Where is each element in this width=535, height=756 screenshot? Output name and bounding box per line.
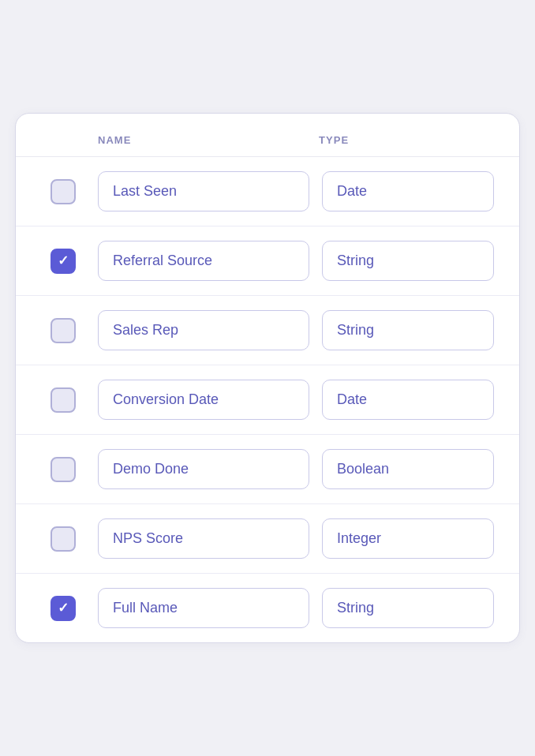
- type-col-referral-source: String: [309, 241, 494, 281]
- type-text-last-seen: Date: [337, 183, 367, 200]
- type-header-label: TYPE: [319, 134, 349, 146]
- name-input-conversion-date[interactable]: Conversion Date: [98, 380, 309, 420]
- checkbox-sales-rep[interactable]: [51, 318, 76, 343]
- table-row-sales-rep: Sales RepString: [16, 296, 519, 365]
- checkbox-col-nps-score: [41, 526, 85, 552]
- table-header: NAME TYPE: [16, 114, 519, 156]
- checkbox-col-full-name: [41, 596, 85, 621]
- name-col-last-seen: Last Seen: [85, 171, 309, 211]
- table-row-nps-score: NPS ScoreInteger: [16, 504, 519, 574]
- table-row-last-seen: Last SeenDate: [16, 157, 519, 226]
- type-col-nps-score: Integer: [309, 518, 494, 559]
- name-col-demo-done: Demo Done: [85, 449, 309, 489]
- name-header-label: NAME: [98, 134, 131, 146]
- type-column-header: TYPE: [309, 133, 494, 147]
- name-col-full-name: Full Name: [85, 588, 309, 628]
- type-text-nps-score: Integer: [337, 530, 381, 547]
- table-row-referral-source: Referral SourceString: [16, 226, 519, 296]
- checkbox-col-conversion-date: [41, 387, 85, 413]
- name-text-full-name: Full Name: [113, 600, 178, 616]
- type-box-demo-done: Boolean: [322, 449, 494, 489]
- rows-container: Last SeenDateReferral SourceStringSales …: [16, 157, 519, 642]
- name-col-sales-rep: Sales Rep: [85, 310, 309, 350]
- main-card: NAME TYPE Last SeenDateReferral SourceSt…: [15, 113, 520, 643]
- type-text-conversion-date: Date: [337, 391, 367, 408]
- name-text-demo-done: Demo Done: [113, 461, 189, 477]
- type-box-nps-score: Integer: [322, 518, 494, 559]
- type-text-referral-source: String: [337, 253, 374, 269]
- name-col-conversion-date: Conversion Date: [85, 380, 309, 420]
- table-row-full-name: Full NameString: [16, 574, 519, 642]
- name-input-referral-source[interactable]: Referral Source: [98, 241, 309, 281]
- name-col-referral-source: Referral Source: [85, 241, 309, 281]
- name-input-full-name[interactable]: Full Name: [98, 588, 309, 628]
- name-input-nps-score[interactable]: NPS Score: [98, 518, 309, 559]
- name-col-nps-score: NPS Score: [85, 518, 309, 559]
- type-text-full-name: String: [337, 600, 374, 616]
- type-box-referral-source: String: [322, 241, 494, 281]
- name-input-demo-done[interactable]: Demo Done: [98, 449, 309, 489]
- checkbox-full-name[interactable]: [51, 596, 76, 621]
- type-box-sales-rep: String: [322, 310, 494, 350]
- name-text-referral-source: Referral Source: [113, 253, 212, 269]
- checkbox-demo-done[interactable]: [51, 457, 76, 482]
- name-text-nps-score: NPS Score: [113, 530, 183, 547]
- type-box-conversion-date: Date: [322, 380, 494, 420]
- table-row-conversion-date: Conversion DateDate: [16, 365, 519, 435]
- checkbox-col-demo-done: [41, 457, 85, 482]
- type-col-conversion-date: Date: [309, 380, 494, 420]
- name-text-last-seen: Last Seen: [113, 183, 177, 200]
- checkbox-col-last-seen: [41, 179, 85, 204]
- type-box-full-name: String: [322, 588, 494, 628]
- checkbox-last-seen[interactable]: [51, 179, 76, 204]
- name-column-header: NAME: [41, 133, 309, 147]
- type-text-demo-done: Boolean: [337, 461, 389, 477]
- type-col-demo-done: Boolean: [309, 449, 494, 489]
- name-text-sales-rep: Sales Rep: [113, 322, 178, 339]
- checkbox-col-sales-rep: [41, 318, 85, 343]
- checkbox-referral-source[interactable]: [51, 249, 76, 274]
- type-col-sales-rep: String: [309, 310, 494, 350]
- checkbox-conversion-date[interactable]: [51, 387, 76, 413]
- name-input-last-seen[interactable]: Last Seen: [98, 171, 309, 211]
- checkbox-col-referral-source: [41, 249, 85, 274]
- type-box-last-seen: Date: [322, 171, 494, 211]
- name-text-conversion-date: Conversion Date: [113, 391, 219, 408]
- name-input-sales-rep[interactable]: Sales Rep: [98, 310, 309, 350]
- type-col-full-name: String: [309, 588, 494, 628]
- table-row-demo-done: Demo DoneBoolean: [16, 435, 519, 504]
- type-text-sales-rep: String: [337, 322, 374, 339]
- type-col-last-seen: Date: [309, 171, 494, 211]
- checkbox-nps-score[interactable]: [51, 526, 76, 552]
